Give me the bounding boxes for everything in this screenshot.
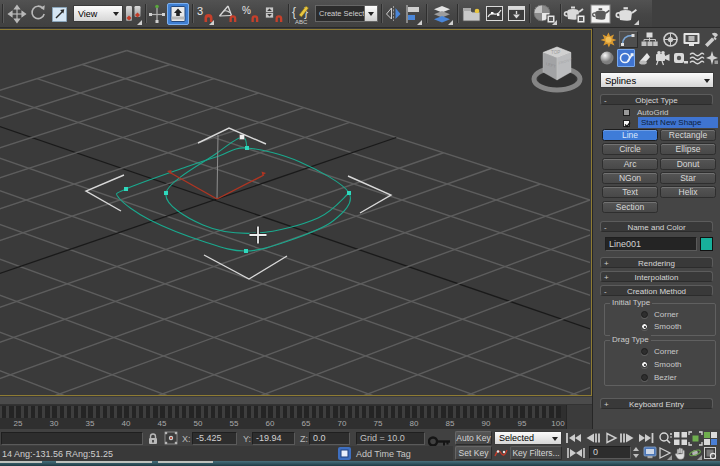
zoom-button[interactable] bbox=[658, 431, 673, 446]
zoom-all-button[interactable] bbox=[673, 431, 688, 446]
start-new-shape-highlight[interactable]: Start New Shape bbox=[638, 117, 718, 128]
object-name-field[interactable]: Line001 bbox=[605, 237, 697, 251]
maximize-viewport-toggle[interactable] bbox=[703, 446, 717, 460]
tab-geometry[interactable] bbox=[599, 50, 616, 67]
shape-button-line[interactable]: Line bbox=[602, 129, 658, 141]
tab-hierarchy[interactable] bbox=[640, 31, 659, 48]
isolate-toggle[interactable] bbox=[338, 447, 351, 460]
tab-motion[interactable] bbox=[661, 31, 680, 48]
select-and-rotate-button[interactable] bbox=[28, 3, 48, 25]
shape-button-donut[interactable]: Donut bbox=[660, 158, 716, 170]
view-cube[interactable]: TOPLEFTFRONT bbox=[534, 47, 580, 90]
set-key-button[interactable]: Set Key bbox=[455, 446, 492, 460]
tab-create[interactable] bbox=[599, 31, 618, 48]
ruler-tick bbox=[513, 406, 517, 418]
select-and-scale-button[interactable] bbox=[50, 3, 70, 25]
shape-button-text[interactable]: Text bbox=[602, 186, 658, 198]
angle-snap-toggle[interactable] bbox=[217, 3, 239, 25]
field-of-view-button[interactable] bbox=[658, 446, 672, 460]
rollout-object-type[interactable]: - Object Type bbox=[600, 94, 713, 105]
radio-smooth[interactable] bbox=[641, 323, 648, 330]
auto-key-button[interactable]: Auto Key bbox=[455, 431, 492, 445]
shape-category-dropdown[interactable]: Splines bbox=[600, 72, 714, 88]
tab-display[interactable] bbox=[682, 31, 701, 48]
shape-button-ngon[interactable]: NGon bbox=[602, 172, 658, 184]
rendered-frame-window-button[interactable] bbox=[589, 3, 612, 25]
pan-view-button[interactable] bbox=[673, 446, 687, 460]
orbit-button[interactable] bbox=[688, 446, 702, 460]
zoom-extents-button[interactable] bbox=[688, 431, 703, 446]
time-slider-track[interactable] bbox=[0, 397, 592, 405]
go-to-end-button[interactable] bbox=[637, 431, 655, 445]
reference-coordinate-dropdown[interactable]: View bbox=[73, 5, 123, 22]
next-frame-button[interactable] bbox=[618, 431, 636, 445]
previous-frame-button[interactable] bbox=[584, 431, 602, 445]
x-coordinate-field[interactable]: -5.425 bbox=[192, 432, 237, 445]
rollout-keyboard-entry[interactable]: + Keyboard Entry bbox=[600, 398, 713, 409]
rollout-creation-method[interactable]: - Creation Method bbox=[600, 285, 713, 296]
shape-button-section[interactable]: Section bbox=[602, 201, 658, 213]
tab-shapes[interactable] bbox=[617, 49, 635, 67]
set-key-filters[interactable] bbox=[494, 446, 508, 460]
select-and-manipulate-button[interactable] bbox=[148, 3, 166, 25]
add-time-tag[interactable]: Add Time Tag bbox=[356, 449, 411, 459]
radio-bezier[interactable] bbox=[641, 374, 648, 381]
y-coordinate-field[interactable]: -19.94 bbox=[252, 432, 295, 445]
tab-cameras[interactable] bbox=[654, 50, 672, 67]
radio-corner[interactable] bbox=[641, 348, 648, 355]
selection-lock-toggle[interactable] bbox=[147, 432, 159, 445]
current-frame-field[interactable]: 0 bbox=[589, 446, 631, 459]
schematic-view-button[interactable] bbox=[507, 3, 526, 25]
edit-named-selection-sets-button[interactable]: { } ABC bbox=[291, 3, 312, 25]
start-new-shape-checkbox[interactable] bbox=[623, 120, 630, 127]
keyboard-override-toggle[interactable] bbox=[167, 3, 189, 25]
time-configuration-button[interactable] bbox=[643, 446, 657, 460]
render-setup-button[interactable] bbox=[563, 3, 587, 25]
shape-button-star[interactable]: Star bbox=[660, 172, 716, 184]
shape-button-helix[interactable]: Helix bbox=[660, 186, 716, 198]
ruler-tick bbox=[348, 406, 352, 418]
tab-helpers[interactable] bbox=[672, 50, 690, 67]
named-selection-set-dropdown[interactable]: Create Selection Se bbox=[315, 5, 378, 22]
go-to-start-button[interactable] bbox=[565, 431, 583, 445]
layer-manager-button[interactable] bbox=[432, 3, 453, 25]
ribbon-toggle-button[interactable] bbox=[461, 3, 482, 25]
shape-button-circle[interactable]: Circle bbox=[602, 143, 658, 155]
key-filters-button[interactable]: Key Filters... bbox=[510, 446, 562, 460]
autogrid-checkbox[interactable] bbox=[623, 109, 630, 116]
use-pivot-point-button[interactable] bbox=[124, 3, 142, 25]
shape-button-arc[interactable]: Arc bbox=[602, 158, 658, 170]
perspective-viewport[interactable]: TOPLEFTFRONT bbox=[0, 29, 592, 396]
select-and-move-button[interactable] bbox=[7, 3, 27, 25]
spinner-snap-toggle[interactable] bbox=[263, 3, 285, 25]
render-production-button[interactable] bbox=[614, 3, 639, 25]
frame-spinner[interactable] bbox=[632, 446, 640, 459]
radio-label-bezier: Bezier bbox=[654, 373, 677, 382]
radio-corner[interactable] bbox=[641, 311, 648, 318]
curve-editor-button[interactable] bbox=[485, 3, 504, 25]
tab-modify[interactable] bbox=[619, 31, 638, 48]
rollout-interpolation[interactable]: + Interpolation bbox=[600, 271, 713, 282]
radio-smooth[interactable] bbox=[641, 361, 648, 368]
key-selection-dropdown[interactable]: Selected bbox=[494, 431, 562, 445]
material-editor-button[interactable] bbox=[532, 3, 557, 25]
rollout-name-and-color[interactable]: - Name and Color bbox=[600, 221, 713, 232]
zoom-region-button-icon bbox=[703, 431, 718, 446]
ruler-number: 95 bbox=[518, 419, 527, 428]
shape-button-rectangle[interactable]: Rectangle bbox=[660, 129, 716, 141]
z-coordinate-field[interactable]: 0.0 bbox=[309, 432, 350, 445]
snaps-toggle-button[interactable]: 3 bbox=[195, 3, 214, 25]
key-mode-toggle[interactable] bbox=[566, 446, 586, 460]
shape-button-ellipse[interactable]: Ellipse bbox=[660, 143, 716, 155]
zoom-region-button[interactable] bbox=[703, 431, 718, 446]
align-button[interactable] bbox=[404, 3, 422, 25]
tab-systems[interactable] bbox=[704, 50, 720, 67]
tab-utilities[interactable] bbox=[703, 31, 720, 48]
absolute-mode-toggle[interactable] bbox=[164, 431, 178, 445]
object-color-swatch[interactable] bbox=[700, 237, 713, 251]
tab-lights[interactable] bbox=[637, 50, 654, 67]
mirror-button[interactable] bbox=[384, 3, 403, 25]
track-bar[interactable]: 253035404550556065707580859095100 bbox=[0, 405, 592, 431]
percent-snap-toggle[interactable]: % bbox=[241, 3, 261, 25]
rollout-rendering[interactable]: + Rendering bbox=[600, 257, 713, 268]
